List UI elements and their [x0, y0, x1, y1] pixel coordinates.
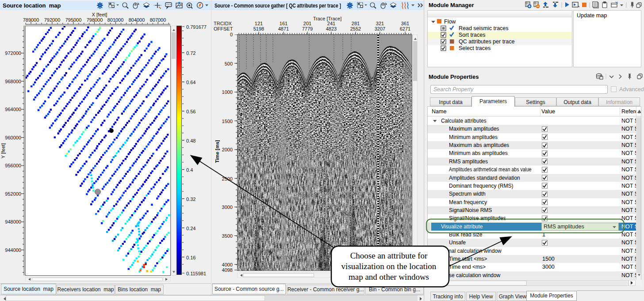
svg-text:visualization on the location: visualization on the location	[341, 262, 437, 271]
svg-text:map and other windows: map and other windows	[349, 272, 429, 282]
svg-text:Choose an attribute for: Choose an attribute for	[350, 251, 428, 260]
